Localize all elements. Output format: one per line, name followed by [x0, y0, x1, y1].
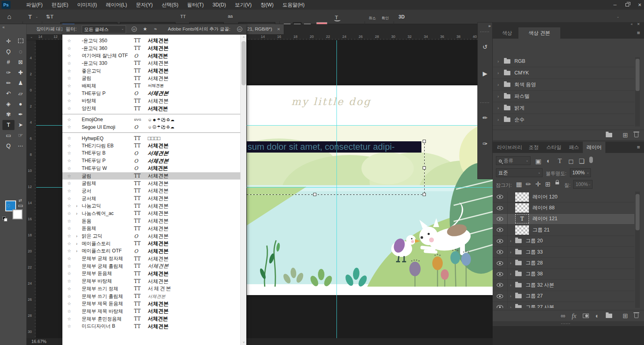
eyedropper-tool[interactable]: ✑	[2, 68, 14, 78]
layer-name[interactable]: 레이어 120	[533, 194, 557, 200]
new-group-icon[interactable]	[606, 133, 612, 137]
layer-row[interactable]: › 그룹 27	[493, 291, 634, 302]
font-row[interactable]: ☆ › THE푸딩 P O 서체견본	[62, 157, 240, 165]
visibility-toggle[interactable]	[493, 202, 508, 213]
close-icon[interactable]: ✕	[637, 22, 640, 26]
star-icon[interactable]: ☆	[67, 233, 76, 239]
star-icon[interactable]: ☆	[67, 286, 76, 291]
layer-name[interactable]: 그룹 20	[526, 238, 543, 244]
star-icon[interactable]: ☆	[67, 271, 76, 276]
chevron-down-icon[interactable]: ⌄	[35, 15, 38, 19]
visibility-toggle[interactable]	[493, 269, 508, 279]
expand-icon[interactable]: ›	[510, 272, 515, 276]
visibility-toggle[interactable]	[493, 302, 508, 308]
visibility-toggle[interactable]	[493, 280, 508, 290]
font-row[interactable]: ☆ › 궁서 TT 서체견본	[62, 187, 240, 195]
menu-item[interactable]: 편집(E)	[47, 0, 73, 10]
menu-item[interactable]: 창(W)	[256, 0, 278, 10]
visibility-toggle[interactable]	[493, 258, 508, 268]
star-icon[interactable]: ☆	[67, 53, 76, 58]
favorites-star-icon[interactable]: ★	[143, 24, 147, 34]
pen-tool[interactable]: ✒	[14, 109, 27, 120]
delete-layer-icon[interactable]	[634, 314, 638, 318]
swatches-scrollbar[interactable]	[635, 57, 640, 126]
filter-shape-layers-icon[interactable]: ◻	[568, 157, 574, 165]
zoom-tool[interactable]: Q	[2, 141, 14, 151]
layer-row[interactable]: › 그룹 27 사본	[493, 302, 634, 308]
star-icon[interactable]: ☆	[67, 188, 76, 194]
font-row[interactable]: ☆ › 돋움 TT 서체견본	[62, 217, 240, 225]
star-icon[interactable]: ☆	[67, 151, 76, 156]
layer-row[interactable]: › 레이어 88	[493, 202, 634, 213]
font-row[interactable]: ☆ › 문체부 제목 돋음체 TT 서체견본	[62, 300, 240, 308]
brush-tool[interactable]: ✏	[2, 78, 14, 88]
font-row[interactable]: ☆ › 문체부 제목 바탕체 TT 서체견본	[62, 308, 240, 315]
transform-handle[interactable]	[423, 166, 426, 169]
layer-name[interactable]: 그룹 32 사본	[526, 282, 554, 289]
star-icon[interactable]: ☆	[67, 98, 76, 103]
color-swatch[interactable]	[514, 43, 522, 51]
commit-edit-button[interactable]: 확인	[382, 16, 389, 21]
star-icon[interactable]: ☆	[67, 166, 76, 171]
lasso-tool[interactable]: Ϙ	[2, 47, 14, 57]
font-row[interactable]: ☆ › 맑은 고딕 O 서체견본	[62, 232, 240, 240]
opacity-field[interactable]: 100% ⌄	[570, 168, 591, 177]
blur-tool[interactable]: ●	[14, 99, 27, 109]
star-icon[interactable]: ☆	[67, 294, 76, 299]
similar-fonts-icon[interactable]: ≈	[154, 24, 157, 34]
star-icon[interactable]: ☆	[67, 316, 76, 322]
font-class-select[interactable]: 모든 클래스 ⌄	[82, 25, 126, 33]
visibility-toggle[interactable]	[493, 291, 508, 302]
star-icon[interactable]: ☆	[67, 143, 76, 149]
shape-tool[interactable]: ▭	[2, 130, 14, 140]
expand-icon[interactable]: ›	[76, 234, 82, 238]
lock-pixels-icon[interactable]: ✏	[526, 180, 531, 188]
menu-item[interactable]: 3D(D)	[208, 0, 230, 10]
star-icon[interactable]: ☆	[67, 241, 76, 246]
expand-icon[interactable]: ›	[510, 250, 515, 254]
tab-layers[interactable]: 레이어	[583, 142, 605, 153]
star-icon[interactable]: ☆	[67, 124, 76, 130]
type-tool-icon[interactable]: T	[28, 13, 32, 20]
star-icon[interactable]: ☆	[67, 136, 76, 141]
layer-thumbnail[interactable]	[515, 305, 522, 308]
font-row[interactable]: ☆ › 굴림체 TT 서체견본	[62, 180, 240, 187]
layer-thumbnail[interactable]	[515, 294, 522, 298]
star-icon[interactable]: ☆	[67, 91, 76, 96]
swatch-group-row[interactable]: › RGB	[493, 56, 634, 67]
lock-all-icon[interactable]	[555, 182, 559, 184]
crop-tool[interactable]: #	[2, 57, 14, 67]
font-row[interactable]: ☆ › 돋움체 TT 서체견본	[62, 225, 240, 233]
layer-thumbnail[interactable]	[515, 239, 522, 243]
font-list-scrollbar[interactable]: ˄ ˅	[240, 35, 246, 345]
panel-resize-bar[interactable]	[493, 321, 644, 326]
layer-name[interactable]: 그룹 27	[526, 293, 543, 300]
tab-swatches[interactable]: 색상 견본	[518, 27, 560, 39]
font-row[interactable]: ☆ › THE푸딩 B O 서체견본	[62, 150, 240, 157]
transform-handle[interactable]	[423, 193, 426, 196]
transform-handle[interactable]	[423, 140, 426, 143]
quick-mask-icon[interactable]: ◌	[2, 200, 14, 211]
star-icon[interactable]: ☆	[67, 324, 76, 329]
layer-row[interactable]: › 그룹 28	[493, 258, 634, 269]
scroll-down-icon[interactable]: ˅	[241, 341, 247, 344]
layer-name[interactable]: 레이어 88	[533, 205, 555, 211]
star-icon[interactable]: ☆	[67, 68, 76, 74]
expand-icon[interactable]: ›	[497, 94, 504, 99]
expand-icon[interactable]: ›	[76, 242, 82, 246]
tab-paths[interactable]: 패스	[565, 142, 583, 153]
layer-name[interactable]: 그룹 27 사본	[526, 304, 554, 308]
star-icon[interactable]: ☆	[67, 106, 76, 111]
expand-icon[interactable]: ›	[510, 239, 515, 243]
font-row[interactable]: ☆ › EmojiOne SVG ☺☻☂⚽♻☁	[62, 116, 240, 124]
color-swatch[interactable]	[505, 43, 514, 51]
layer-name[interactable]: 레이어 121	[533, 215, 557, 222]
font-row[interactable]: ☆ › 메이플스토리 OTF O 서체견본	[62, 248, 240, 255]
font-row[interactable]: ☆ › -윤고딕 330 TT 서체견본	[62, 60, 240, 67]
expand-icon[interactable]: ›	[497, 59, 504, 64]
eraser-tool[interactable]: ▱	[14, 89, 27, 99]
tab-color[interactable]: 색상	[496, 27, 518, 39]
font-row[interactable]: ☆ › 좋은고딕 TT 서체견본	[62, 67, 240, 75]
star-icon[interactable]: ☆	[67, 174, 76, 179]
layer-thumbnail[interactable]	[515, 283, 522, 287]
